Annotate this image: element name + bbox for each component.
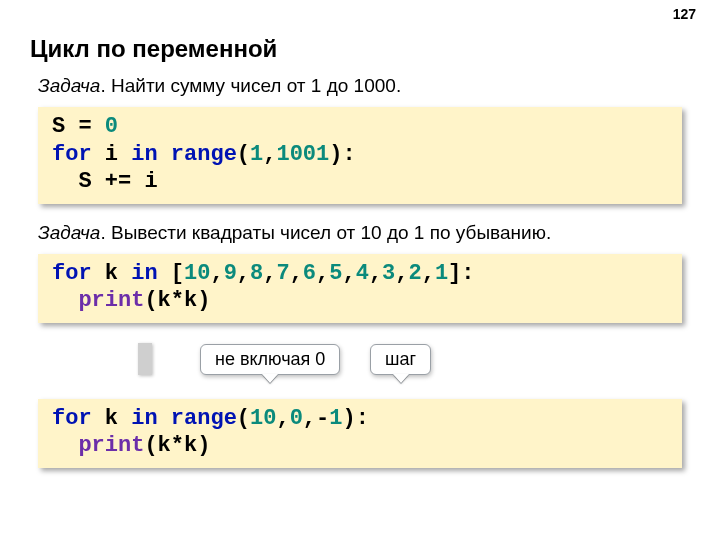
code-token: 3 <box>382 261 395 286</box>
page-number: 127 <box>673 6 696 22</box>
code-token: S = <box>52 114 105 139</box>
task-2-label: Задача <box>38 222 100 243</box>
code-token <box>52 288 78 313</box>
code-token: range <box>171 406 237 431</box>
code-token: 1 <box>329 406 342 431</box>
code-token: in <box>131 142 157 167</box>
code-token: (k*k) <box>144 433 210 458</box>
code-block-2: for k in [10,9,8,7,6,5,4,3,2,1]: print(k… <box>38 254 682 323</box>
code-token: 10 <box>250 406 276 431</box>
code-token: 0 <box>105 114 118 139</box>
code-token: 8 <box>250 261 263 286</box>
code-token: , <box>342 261 355 286</box>
code-token: 2 <box>408 261 421 286</box>
code-token: k <box>92 261 132 286</box>
code-token: ( <box>237 142 250 167</box>
code-token: in <box>131 406 157 431</box>
code-token: , <box>422 261 435 286</box>
code-token <box>158 406 171 431</box>
code-token: 7 <box>276 261 289 286</box>
code-token: (k*k) <box>144 288 210 313</box>
code-token: for <box>52 406 92 431</box>
code-token: k <box>92 406 132 431</box>
task-2: Задача. Вывести квадраты чисел от 10 до … <box>38 222 690 244</box>
code-token: 1 <box>250 142 263 167</box>
task-1: Задача. Найти сумму чисел от 1 до 1000. <box>38 75 690 97</box>
code-token: ]: <box>448 261 474 286</box>
code-token: ): <box>342 406 368 431</box>
code-token: S += i <box>52 169 158 194</box>
code-token <box>52 433 78 458</box>
callout-step: шаг <box>370 344 431 375</box>
code-token: ,- <box>303 406 329 431</box>
code-token: 1 <box>435 261 448 286</box>
code-token: print <box>78 433 144 458</box>
page-title: Цикл по переменной <box>30 35 690 63</box>
task-1-label: Задача <box>38 75 100 96</box>
code-token: , <box>276 406 289 431</box>
code-token: 10 <box>184 261 210 286</box>
code-token: , <box>210 261 223 286</box>
annotation-row: не включая 0 шаг <box>30 341 690 393</box>
code-token: print <box>78 288 144 313</box>
code-token: range <box>171 142 237 167</box>
code-token: for <box>52 261 92 286</box>
cursor-icon <box>138 343 152 375</box>
code-token: , <box>237 261 250 286</box>
task-1-text: . Найти сумму чисел от 1 до 1000. <box>100 75 401 96</box>
code-token: 0 <box>290 406 303 431</box>
callout-exclude-zero: не включая 0 <box>200 344 340 375</box>
code-token: 6 <box>303 261 316 286</box>
code-token: [ <box>158 261 184 286</box>
code-token: 4 <box>356 261 369 286</box>
code-token: , <box>263 142 276 167</box>
code-token: , <box>395 261 408 286</box>
code-token: ( <box>237 406 250 431</box>
code-token: for <box>52 142 92 167</box>
code-block-3: for k in range(10,0,-1): print(k*k) <box>38 399 682 468</box>
task-2-text: . Вывести квадраты чисел от 10 до 1 по у… <box>100 222 551 243</box>
code-token <box>158 142 171 167</box>
code-token: 1001 <box>276 142 329 167</box>
code-token: 9 <box>224 261 237 286</box>
code-token: , <box>316 261 329 286</box>
code-block-1: S = 0 for i in range(1,1001): S += i <box>38 107 682 204</box>
code-token: , <box>369 261 382 286</box>
code-token: 5 <box>329 261 342 286</box>
code-token: , <box>263 261 276 286</box>
code-token: i <box>92 142 132 167</box>
code-token: , <box>290 261 303 286</box>
code-token: ): <box>329 142 355 167</box>
code-token: in <box>131 261 157 286</box>
